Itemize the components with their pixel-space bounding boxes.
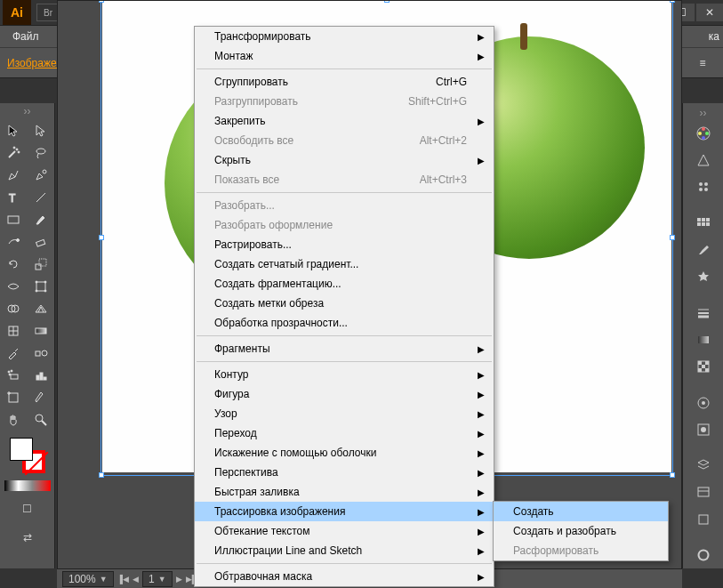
menu-item[interactable]: Закрепить▶ bbox=[195, 111, 494, 131]
perspective-grid-tool[interactable] bbox=[28, 297, 54, 319]
line-tool[interactable] bbox=[28, 186, 54, 208]
artboards-panel-icon[interactable] bbox=[688, 506, 719, 532]
menu-item[interactable]: Фигура▶ bbox=[195, 384, 494, 404]
color-guide-panel-icon[interactable] bbox=[688, 147, 719, 173]
gradient-tool[interactable] bbox=[28, 319, 54, 342]
svg-point-14 bbox=[17, 238, 20, 241]
svg-point-7 bbox=[13, 147, 15, 149]
menu-item[interactable]: Растрировать... bbox=[195, 235, 494, 254]
svg-point-30 bbox=[42, 350, 47, 356]
nav-first-icon[interactable]: ▐◀ bbox=[117, 575, 129, 584]
zoom-tool[interactable] bbox=[28, 408, 54, 431]
mesh-tool[interactable] bbox=[0, 319, 27, 342]
image-trace-submenu: СоздатьСоздать и разобратьРасформировать bbox=[493, 501, 669, 561]
menu-item[interactable]: Быстрая заливка▶ bbox=[195, 482, 494, 502]
submenu-item[interactable]: Создать bbox=[494, 502, 668, 521]
menu-item[interactable]: Фрагменты▶ bbox=[195, 339, 494, 358]
slice-tool[interactable] bbox=[28, 386, 54, 408]
nav-prev-icon[interactable]: ◀ bbox=[133, 575, 139, 584]
menu-item[interactable]: Иллюстрации Line and Sketch▶ bbox=[195, 541, 494, 560]
svg-rect-37 bbox=[44, 377, 46, 380]
menu-item[interactable]: Скрыть▶ bbox=[195, 150, 494, 170]
svg-rect-52 bbox=[697, 218, 701, 222]
menu-item[interactable]: СгруппироватьCtrl+G bbox=[195, 72, 494, 92]
menu-item[interactable]: Искажение с помощью оболочки▶ bbox=[195, 443, 494, 463]
type-tool[interactable]: T bbox=[0, 186, 27, 208]
graphic-styles-panel-icon[interactable] bbox=[688, 416, 719, 442]
nav-next-icon[interactable]: ▶ bbox=[176, 575, 182, 584]
curvature-tool[interactable] bbox=[28, 164, 54, 186]
fill-swatch[interactable] bbox=[10, 438, 33, 461]
rectangle-tool[interactable] bbox=[0, 208, 27, 230]
screen-mode-normal[interactable]: ☐ bbox=[17, 500, 38, 518]
zoom-field[interactable]: 100%▼ bbox=[62, 571, 114, 587]
artboard-tool[interactable] bbox=[0, 386, 27, 408]
menu-overflow: ка bbox=[709, 30, 719, 43]
menu-item[interactable]: Переход▶ bbox=[195, 423, 494, 443]
menu-item[interactable]: Контур▶ bbox=[195, 365, 494, 384]
panel-grip-icon[interactable]: ›› bbox=[700, 107, 707, 119]
menu-item[interactable]: Узор▶ bbox=[195, 404, 494, 423]
svg-point-22 bbox=[44, 290, 46, 292]
eraser-tool[interactable] bbox=[28, 230, 54, 253]
tools-grip-icon[interactable]: ›› bbox=[0, 103, 54, 119]
svg-point-45 bbox=[705, 132, 709, 135]
svg-line-5 bbox=[9, 151, 15, 157]
transparency-panel-icon[interactable] bbox=[688, 353, 719, 379]
svg-point-49 bbox=[704, 182, 708, 186]
direct-selection-tool[interactable] bbox=[28, 119, 54, 141]
eyedropper-tool[interactable] bbox=[0, 342, 27, 364]
gradient-panel-icon[interactable] bbox=[688, 326, 719, 352]
libraries-panel-icon[interactable] bbox=[688, 543, 719, 568]
column-graph-tool[interactable] bbox=[28, 364, 54, 386]
rotate-tool[interactable] bbox=[0, 253, 27, 275]
appearance-panel-icon[interactable] bbox=[688, 390, 719, 415]
shape-builder-tool[interactable] bbox=[0, 297, 27, 319]
menu-item[interactable]: Обтравочная маска▶ bbox=[195, 567, 494, 586]
artboard-nav-field[interactable]: 1▼ bbox=[142, 571, 173, 587]
svg-rect-38 bbox=[9, 393, 18, 402]
free-transform-tool[interactable] bbox=[28, 275, 54, 297]
menu-item[interactable]: Трассировка изображения▶ bbox=[195, 502, 494, 521]
menu-item[interactable]: Создать фрагментацию... bbox=[195, 274, 494, 294]
menu-item[interactable]: Трансформировать▶ bbox=[195, 27, 494, 46]
submenu-item[interactable]: Создать и разобрать bbox=[494, 521, 668, 541]
layers-panel-icon[interactable] bbox=[688, 453, 719, 479]
menu-item[interactable]: Монтаж▶ bbox=[195, 46, 494, 66]
symbol-sprayer-tool[interactable] bbox=[0, 364, 27, 386]
color-panel-icon[interactable] bbox=[688, 120, 719, 146]
pen-tool[interactable] bbox=[0, 164, 27, 186]
swatches-panel-icon[interactable] bbox=[688, 210, 719, 236]
blend-tool[interactable] bbox=[28, 342, 54, 364]
menu-item[interactable]: Обработка прозрачности... bbox=[195, 313, 494, 333]
symbols-panel-icon[interactable] bbox=[688, 263, 719, 289]
menu-item[interactable]: Создать сетчатый градиент... bbox=[195, 254, 494, 274]
asset-export-panel-icon[interactable] bbox=[688, 479, 719, 505]
brushes-panel-icon[interactable] bbox=[688, 237, 719, 262]
width-tool[interactable] bbox=[0, 275, 27, 297]
menu-item[interactable]: Обтекание текстом▶ bbox=[195, 521, 494, 541]
scale-tool[interactable] bbox=[28, 253, 54, 275]
menu-item: Разобрать... bbox=[195, 196, 494, 215]
svg-rect-31 bbox=[11, 375, 18, 379]
hand-tool[interactable] bbox=[0, 408, 27, 431]
svg-point-50 bbox=[699, 188, 703, 191]
panel-menu-icon[interactable]: ≡ bbox=[689, 57, 716, 69]
menu-item[interactable]: Перспектива▶ bbox=[195, 463, 494, 482]
menu-file[interactable]: Файл bbox=[4, 27, 48, 46]
stroke-panel-icon[interactable] bbox=[688, 300, 719, 326]
magic-wand-tool[interactable] bbox=[0, 141, 27, 164]
color-mode-bar[interactable] bbox=[4, 480, 51, 491]
screen-mode-switch[interactable]: ⇄ bbox=[17, 528, 38, 546]
menu-item[interactable]: Создать метки обреза bbox=[195, 294, 494, 313]
properties-panel-icon[interactable] bbox=[688, 173, 719, 199]
fill-stroke-swatch[interactable] bbox=[10, 438, 45, 473]
paintbrush-tool[interactable] bbox=[28, 208, 54, 230]
lasso-tool[interactable] bbox=[28, 141, 54, 164]
shaper-tool[interactable] bbox=[0, 230, 27, 253]
close-button[interactable]: ✕ bbox=[696, 4, 723, 21]
svg-rect-13 bbox=[8, 216, 19, 223]
selection-tool[interactable] bbox=[0, 119, 27, 141]
svg-point-33 bbox=[11, 370, 12, 372]
svg-point-10 bbox=[43, 170, 46, 173]
